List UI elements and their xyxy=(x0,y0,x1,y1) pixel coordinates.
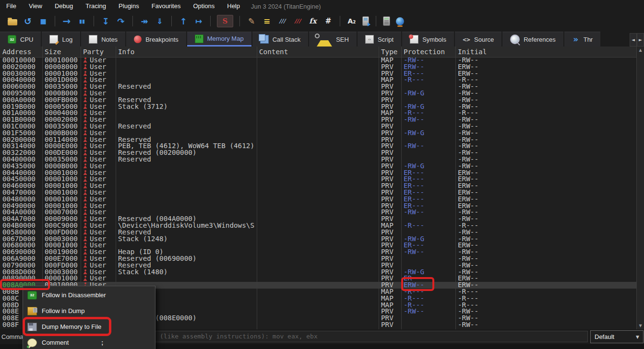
tab-script[interactable]: ‹›Script xyxy=(358,32,401,47)
comment-icon[interactable]: ≡ xyxy=(262,15,272,27)
trace-over-icon[interactable]: ⇓ xyxy=(155,15,165,27)
table-row[interactable]: 00580000000FD000UserReservedPRV-RW-- xyxy=(0,229,637,236)
type-cell: PRV xyxy=(379,249,401,256)
attach-icon[interactable] xyxy=(362,16,369,26)
table-row[interactable]: 001A000000004000UserMAP-R----R--- xyxy=(0,110,637,116)
table-row[interactable]: 001C000000035000UserReservedPRV-RW-- xyxy=(0,123,637,130)
type-cell: PRV xyxy=(379,189,401,196)
label-icon[interactable]: /// xyxy=(277,15,287,27)
tab-scroll-left-button[interactable]: ◄ xyxy=(630,33,637,47)
tab-source[interactable]: <>Source xyxy=(455,32,501,47)
menubar-item-debug[interactable]: Debug xyxy=(48,0,79,12)
tab-seh[interactable]: SEH xyxy=(309,32,357,47)
vertical-scrollbar[interactable]: ▲ ▼ xyxy=(636,47,644,329)
table-row[interactable]: 00322000000DE000UserReserved (00200000)P… xyxy=(0,150,637,156)
table-row[interactable]: 0006000000035000UserReservedPRV-RW-- xyxy=(0,83,637,90)
strings-icon[interactable]: S xyxy=(217,15,233,27)
table-row[interactable]: 006A9000000E7000UserReserved (00690000)P… xyxy=(0,256,637,262)
type-cell: PRV xyxy=(379,282,401,289)
scroll-down-arrow-icon[interactable]: ▼ xyxy=(637,322,644,329)
menu-item-dump-memory-to-file[interactable]: Dump Memory to File xyxy=(23,319,155,335)
menu-item-comment[interactable]: Comment; xyxy=(23,335,155,349)
table-row[interactable]: 0068000000001000UserPRVER---ERW-- xyxy=(0,242,637,249)
stop-icon[interactable]: ■ xyxy=(38,15,48,27)
table-row[interactable]: 0044000000001000UserPRVER---ERW-- xyxy=(0,170,637,176)
log-icon xyxy=(49,35,58,44)
trace-into-icon[interactable]: ↠ xyxy=(139,15,150,27)
tab-label: Source xyxy=(474,36,494,43)
tab-scroll-right-button[interactable]: ► xyxy=(637,33,644,47)
scroll-up-arrow-icon[interactable]: ▲ xyxy=(637,47,644,54)
pause-icon[interactable]: ▮▮ xyxy=(77,15,87,27)
table-row[interactable]: 0001000000010000UserMAP-RW---RW-- xyxy=(0,57,637,64)
tab-thr[interactable]: »Thr xyxy=(564,32,601,47)
table-row[interactable]: 0067D00000003000UserStack (1248)PRV-RW-G… xyxy=(0,236,637,243)
bookmark-icon[interactable]: /// xyxy=(292,15,303,27)
profile-select[interactable]: Default ▼ xyxy=(590,330,644,343)
table-row[interactable]: 004A000000007000UserPRV-RW---RW-- xyxy=(0,209,637,216)
table-row[interactable]: 004A700000009000UserReserved (004A0000)P… xyxy=(0,216,637,222)
table-row[interactable]: 0045000000001000UserPRVER---ERW-- xyxy=(0,176,637,183)
table-row[interactable]: 00790000000FD000UserReservedPRV-RW-- xyxy=(0,262,637,269)
table-row[interactable]: 0047000000001000UserPRVER---ERW-- xyxy=(0,189,637,196)
step-over-icon[interactable]: ↷ xyxy=(116,15,126,27)
menubar-item-view[interactable]: View xyxy=(23,0,48,12)
table-row[interactable]: 003140000000E000UserPEB, TEB (4612), WoW… xyxy=(0,143,637,150)
tab-symbols[interactable]: Symbols xyxy=(402,32,454,47)
calculator-icon[interactable] xyxy=(383,16,390,26)
table-row[interactable]: 000A0000000FB000UserReservedPRV-RW-- xyxy=(0,97,637,104)
table-row[interactable]: 0049000000001000UserPRVER---ERW-- xyxy=(0,203,637,209)
tab-references[interactable]: References xyxy=(502,32,563,47)
table-row[interactable]: 0003000000001000UserPRVER---ERW-- xyxy=(0,70,637,77)
globe-icon[interactable] xyxy=(396,17,404,25)
user-icon xyxy=(83,91,87,96)
size-cell: 000C9000 xyxy=(42,222,81,229)
tab-log[interactable]: Log xyxy=(42,32,80,47)
table-row[interactable]: 0069000000019000UserHeap (ID 0)PRV-RW---… xyxy=(0,249,637,256)
menubar-item-favourites[interactable]: Favourites xyxy=(145,0,187,12)
protection-cell: ER--- xyxy=(401,183,455,189)
menubar-item-options[interactable]: Options xyxy=(187,0,221,12)
table-row[interactable]: 001B000000002000UserPRV-RW---RW-- xyxy=(0,116,637,123)
menubar-item-plugins[interactable]: Plugins xyxy=(112,0,145,12)
address-cell: 00060000 xyxy=(0,83,42,90)
menu-item-follow-in-disassembler[interactable]: 32Follow in Disassembler xyxy=(23,287,155,303)
execute-till-return-icon[interactable]: ↑ xyxy=(178,15,189,27)
table-row[interactable]: 0020000000114000UserReservedPRV-RW-- xyxy=(0,137,637,143)
menubar-item-tracing[interactable]: Tracing xyxy=(79,0,112,12)
table-row[interactable]: 0089000000001000UserPRVER---ERW-- xyxy=(0,275,637,282)
function-icon[interactable]: fx xyxy=(308,15,318,27)
table-row[interactable]: 000950000000B000UserPRV-RW-G-RW-- xyxy=(0,90,637,97)
menubar-item-help[interactable]: Help xyxy=(221,0,246,12)
tab-breakpoints[interactable]: Breakpoints xyxy=(126,32,186,47)
restart-icon[interactable]: ↺ xyxy=(23,15,33,27)
party-cell: User xyxy=(81,83,116,90)
table-row[interactable]: 0002000000008000UserPRVERW--ERW-- xyxy=(0,64,637,70)
tab-notes[interactable]: Notes xyxy=(81,32,125,47)
menu-item-follow-in-dump[interactable]: Follow in Dump xyxy=(23,303,155,319)
text-encoding-icon[interactable]: A₂ xyxy=(346,15,357,27)
address-cell: 00020000 xyxy=(0,64,42,70)
table-row[interactable]: 004350000000B000UserPRV-RW-G-RW-- xyxy=(0,163,637,170)
tab-cpu[interactable]: 32CPU xyxy=(0,32,41,47)
hash-icon[interactable]: # xyxy=(323,15,334,27)
initial-cell: -RW-- xyxy=(455,90,637,97)
size-cell: 00114000 xyxy=(42,137,81,143)
table-row[interactable]: 000400000001D000UserMAP-R----R--- xyxy=(0,77,637,83)
tab-memory-map[interactable]: Memory Map xyxy=(187,32,251,47)
table-row[interactable]: 001F50000000B000UserPRV-RW-G-RW-- xyxy=(0,130,637,137)
info-cell xyxy=(116,183,257,189)
table-row[interactable]: 004B0000000C9000User\Device\HarddiskVolu… xyxy=(0,222,637,229)
table-row[interactable]: 0088D00000003000UserStack (1480)PRV-RW-G… xyxy=(0,269,637,276)
table-row[interactable]: 0019B00000005000UserStack (3712)PRV-RW-G… xyxy=(0,104,637,110)
run-icon[interactable]: → xyxy=(61,15,72,27)
step-into-icon[interactable]: ↧ xyxy=(100,15,111,27)
tab-call-stack[interactable]: Call Stack xyxy=(252,32,309,47)
table-row[interactable]: 0048000000001000UserPRVER---ERW-- xyxy=(0,196,637,203)
open-file-icon[interactable] xyxy=(8,19,17,25)
menubar-item-file[interactable]: File xyxy=(0,0,23,12)
run-to-user-code-icon[interactable]: ↦ xyxy=(193,15,204,27)
table-row[interactable]: 0046000000001000UserPRVER---ERW-- xyxy=(0,183,637,189)
patch-icon[interactable]: ✎ xyxy=(246,15,257,27)
table-row[interactable]: 0040000000035000UserReservedPRV-RW-- xyxy=(0,156,637,163)
